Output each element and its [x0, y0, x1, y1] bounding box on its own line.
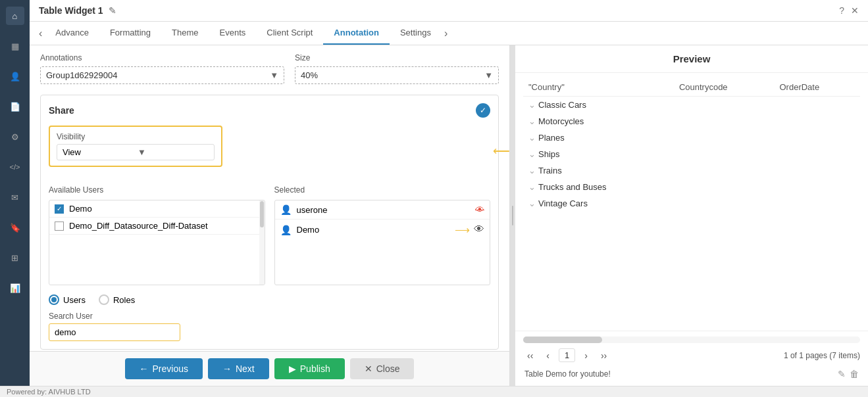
- list-item[interactable]: ✓ Demo: [49, 200, 265, 218]
- user-checkbox-demo[interactable]: ✓: [55, 204, 64, 214]
- page-prev-btn[interactable]: ‹: [542, 349, 553, 362]
- sidebar-icon-user[interactable]: 👤: [6, 67, 24, 85]
- visibility-value: View: [63, 147, 134, 157]
- eye-icon[interactable]: 👁: [474, 223, 484, 236]
- sidebar-icon-home[interactable]: ⌂: [6, 7, 24, 25]
- next-button[interactable]: → Next: [208, 358, 269, 379]
- expand-icon[interactable]: ⌄: [528, 182, 536, 192]
- visibility-indicator-icon: ⟵: [493, 144, 509, 158]
- sidebar-icon-document[interactable]: 📄: [6, 97, 24, 116]
- close-dialog-icon[interactable]: ✕: [851, 5, 859, 16]
- search-user-input[interactable]: [49, 323, 180, 341]
- share-toggle-btn[interactable]: ✓: [476, 103, 490, 118]
- tab-formatting[interactable]: Formatting: [99, 22, 161, 45]
- expand-icon[interactable]: ⌄: [528, 166, 536, 175]
- annotations-label: Annotations: [40, 53, 284, 62]
- selected-user-name-userone: userone: [297, 205, 328, 215]
- annotations-value: Group1d62929004: [46, 70, 117, 80]
- help-icon[interactable]: ?: [839, 5, 844, 16]
- preview-pagination: ‹‹ ‹ 1 › ››: [523, 348, 611, 362]
- selected-user-item: 👤 Demo ⟶ 👁: [275, 220, 490, 240]
- publish-button[interactable]: ▶ Publish: [274, 358, 345, 379]
- preview-caption: Table Demo for youtube! ✎ 🗑: [523, 366, 860, 382]
- size-select[interactable]: 40% ▼: [295, 66, 499, 84]
- page-first-btn[interactable]: ‹‹: [523, 349, 537, 362]
- close-x-icon: ✕: [365, 363, 372, 374]
- edit-caption-icon[interactable]: ✎: [838, 369, 846, 379]
- size-arrow-icon: ▼: [484, 70, 493, 80]
- tab-bar: ‹ Advance Formatting Theme Events Client…: [30, 22, 868, 45]
- expand-icon[interactable]: ⌄: [528, 116, 536, 126]
- size-field: Size 40% ▼: [295, 53, 499, 84]
- search-user-group: Search User: [49, 312, 490, 341]
- previous-button[interactable]: ← Previous: [125, 358, 203, 379]
- next-label: Next: [236, 363, 255, 374]
- close-button[interactable]: ✕ Close: [350, 358, 415, 379]
- preview-table-area: "Country" Countrycode OrderDate ⌄Classic…: [515, 73, 868, 331]
- sidebar: ⌂ ▦ 👤 📄 ⚙ </> ✉ 🔖 ⊞ 📊: [0, 0, 30, 386]
- eye-crossed-icon[interactable]: 👁: [475, 204, 484, 215]
- sidebar-icon-code[interactable]: </>: [6, 158, 24, 176]
- tab-next-btn[interactable]: ›: [442, 22, 450, 45]
- tab-events[interactable]: Events: [209, 22, 257, 45]
- share-section: Share ✓ Visibility View ▼: [40, 95, 499, 350]
- annotations-arrow-icon: ▼: [270, 70, 278, 80]
- preview-scrollbar[interactable]: [523, 337, 860, 343]
- expand-icon[interactable]: ⌄: [528, 198, 536, 208]
- size-value: 40%: [301, 70, 318, 80]
- tab-settings[interactable]: Settings: [390, 22, 442, 45]
- page-next-btn[interactable]: ›: [580, 349, 592, 362]
- selected-users-list: 👤 userone 👁 👤 Demo: [274, 200, 491, 285]
- available-users-scrollbar[interactable]: [259, 200, 265, 285]
- table-row: ⌄Motorcycles: [523, 113, 860, 129]
- preview-panel: Preview "Country" Countrycode OrderDate …: [515, 45, 868, 386]
- delete-caption-icon[interactable]: 🗑: [850, 369, 859, 379]
- annotations-select[interactable]: Group1d62929004 ▼: [40, 66, 284, 84]
- visibility-label: Visibility: [57, 132, 215, 141]
- user-checkbox-demo-diff[interactable]: [55, 222, 64, 231]
- sidebar-icon-settings[interactable]: ⚙: [6, 128, 24, 146]
- user-name-demo: Demo: [69, 204, 92, 214]
- sidebar-icon-mail[interactable]: ✉: [6, 188, 24, 206]
- prev-arrow-icon: ←: [140, 363, 149, 374]
- preview-table: "Country" Countrycode OrderDate ⌄Classic…: [523, 78, 860, 212]
- page-last-btn[interactable]: ››: [597, 349, 611, 362]
- table-row: ⌄Ships: [523, 146, 860, 162]
- current-page: 1: [559, 348, 575, 362]
- status-text: Powered by: AIVHUB LTD: [7, 388, 91, 396]
- share-header: Share ✓: [49, 103, 490, 118]
- radio-roles-label: Roles: [113, 295, 135, 305]
- panel-drag-handle[interactable]: [510, 45, 515, 386]
- expand-icon[interactable]: ⌄: [528, 149, 536, 159]
- selected-users-label: Selected: [274, 185, 491, 195]
- tab-advance[interactable]: Advance: [45, 22, 99, 45]
- visibility-arrow-icon: ▼: [138, 147, 209, 157]
- tab-client-script[interactable]: Client Script: [256, 22, 323, 45]
- sidebar-icon-grid[interactable]: ▦: [6, 37, 24, 55]
- list-item[interactable]: Demo_Diff_Datasource_Diff-Dataset: [49, 218, 265, 235]
- table-row: ⌄Vintage Cars: [523, 195, 860, 212]
- expand-icon[interactable]: ⌄: [528, 100, 536, 110]
- selected-user-item: 👤 userone 👁: [275, 200, 490, 220]
- tab-prev-btn[interactable]: ‹: [36, 22, 45, 45]
- available-users-list[interactable]: ✓ Demo Demo_Diff_Datasource_Diff-Dataset: [49, 200, 265, 285]
- status-bar: Powered by: AIVHUB LTD: [0, 386, 868, 397]
- visibility-select[interactable]: View ▼: [57, 144, 215, 160]
- selected-user-actions: 👁: [475, 204, 484, 215]
- sidebar-icon-database[interactable]: ⊞: [6, 248, 24, 267]
- tab-theme[interactable]: Theme: [161, 22, 209, 45]
- radio-users[interactable]: Users: [49, 294, 86, 305]
- tab-annotation[interactable]: Annotation: [323, 22, 390, 45]
- share-title: Share: [49, 105, 74, 116]
- table-row: ⌄Trains: [523, 162, 860, 179]
- edit-title-icon[interactable]: ✎: [109, 5, 116, 16]
- table-row: ⌄Planes: [523, 129, 860, 146]
- visibility-box: Visibility View ▼: [49, 126, 222, 167]
- expand-icon[interactable]: ⌄: [528, 133, 536, 143]
- radio-users-label: Users: [63, 295, 86, 305]
- sidebar-icon-chart[interactable]: 📊: [6, 279, 24, 297]
- size-label: Size: [295, 53, 499, 62]
- sidebar-icon-bookmark[interactable]: 🔖: [6, 218, 24, 237]
- selected-user-actions: ⟶ 👁: [455, 223, 484, 236]
- radio-roles[interactable]: Roles: [99, 294, 135, 305]
